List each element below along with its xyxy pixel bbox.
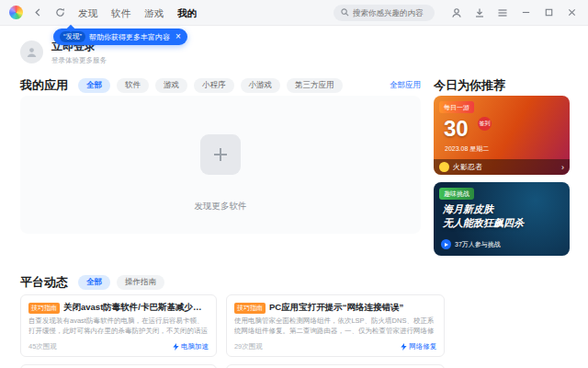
article-title: PC应用宝打开提示“网络连接错误” xyxy=(269,302,403,314)
challenge-card[interactable]: 趣味挑战 海月新皮肤 无人能敌狂飙四杀 37万人参与挑战 xyxy=(434,182,570,256)
my-apps-card: 发现更多软件 xyxy=(20,96,421,234)
menu-icon[interactable] xyxy=(495,6,510,20)
challenge-text: 海月新皮肤 无人能敌狂飙四杀 xyxy=(443,202,524,230)
nav-item-games[interactable]: 游戏 xyxy=(144,0,164,26)
plus-icon xyxy=(210,144,231,165)
game-avatar xyxy=(439,162,449,172)
daily-day-number: 30 xyxy=(444,116,469,142)
titlebar-actions xyxy=(449,6,579,20)
article-desc: 使用电脑管家全面检测网络组件，依次LSP、防火墙DNS、校正系统网络组件修复。第… xyxy=(234,316,436,337)
challenge-stat: 37万人参与挑战 xyxy=(455,240,501,249)
my-apps-title: 我的应用 xyxy=(20,77,68,94)
tooltip-tag: “发现” xyxy=(60,31,85,42)
play-icon[interactable] xyxy=(441,239,451,249)
challenge-stat-row: 37万人参与挑战 xyxy=(441,239,501,249)
my-apps-header: 我的应用 全部 软件 游戏 小程序 小游戏 第三方应用 全部应用 xyxy=(20,77,421,94)
discover-tooltip: “发现” 帮助你获得更多丰富内容 × xyxy=(53,29,187,45)
article-card[interactable]: 技巧指南 PC应用宝打开提示“网络连接错误” 使用电脑管家全面检测网络组件，依次… xyxy=(226,294,445,357)
login-subtext: 登录体验更多服务 xyxy=(51,56,107,65)
daily-game-strip[interactable]: 火影忍者 › xyxy=(434,159,570,175)
recommend-title: 今日为你推荐 xyxy=(434,77,505,94)
article-desc: 自查发现装有avast防毒软件的电脑，在运行后容易卡顿、打开缓慢，此时可将内存里… xyxy=(28,316,209,337)
bolt-icon xyxy=(173,343,179,351)
daily-game-name: 火影忍者 xyxy=(453,162,482,172)
maximize-icon[interactable] xyxy=(541,6,556,20)
feed-header: 平台动态 全部 操作指南 xyxy=(20,274,421,291)
chevron-right-icon: › xyxy=(561,163,564,172)
article-title-row: 技巧指南 关闭avast防毒软件/卡巴斯基减少卡顿现象 xyxy=(28,302,209,314)
feed-title: 平台动态 xyxy=(20,274,68,291)
nav-item-discover[interactable]: 发现 xyxy=(78,0,97,26)
article-footer: 45次围观 电脑加速 xyxy=(28,342,209,351)
article-badge: 技巧指南 xyxy=(28,303,60,314)
article-action-label: 电脑加速 xyxy=(181,342,209,351)
download-icon[interactable] xyxy=(472,6,487,20)
add-apps-button[interactable] xyxy=(200,134,241,175)
nav-item-software[interactable]: 软件 xyxy=(111,0,130,26)
article-card[interactable]: 新手入门 pc应用宝网络兼容性和DNS隔离 xyxy=(20,364,217,368)
article-views: 45次围观 xyxy=(28,342,57,351)
title-bar: 发现 软件 游戏 我的 xyxy=(0,0,588,26)
discover-more-label[interactable]: 发现更多软件 xyxy=(20,201,421,213)
article-action-label: 网络修复 xyxy=(409,342,436,351)
article-title-row: 技巧指南 PC应用宝打开提示“网络连接错误” xyxy=(234,302,436,314)
search-input[interactable] xyxy=(353,8,427,17)
tab-miniprograms[interactable]: 小程序 xyxy=(194,78,234,93)
search-box[interactable] xyxy=(334,5,435,21)
article-action-link[interactable]: 网络修复 xyxy=(401,342,436,351)
app-window: 发现 软件 游戏 我的 xyxy=(0,0,588,368)
tooltip-close-icon[interactable]: × xyxy=(175,32,181,41)
page-content: 立即登录 登录体验更多服务 我的应用 全部 软件 游戏 小程序 小游戏 第三方应… xyxy=(0,26,588,368)
article-footer: 29次围观 网络修复 xyxy=(234,342,436,351)
article-card[interactable]: 技巧指南 pcqq更新软件（开启）问题，只根是卡顿的解决 xyxy=(226,364,445,368)
tab-minigames[interactable]: 小游戏 xyxy=(241,78,281,93)
app-logo-icon[interactable] xyxy=(9,6,23,19)
challenge-badge: 趣味挑战 xyxy=(439,188,474,200)
daily-badge: 每日一游 xyxy=(439,101,474,113)
avatar[interactable] xyxy=(20,40,43,63)
tab-all-apps[interactable]: 全部 xyxy=(78,78,110,93)
article-views: 29次围观 xyxy=(234,342,263,351)
article-badge: 技巧指南 xyxy=(234,303,266,314)
daily-signin-badge[interactable]: 签到 xyxy=(478,117,492,131)
daily-date: 2023.08 星期二 xyxy=(445,144,489,154)
search-icon xyxy=(341,8,349,17)
back-icon[interactable] xyxy=(30,6,45,20)
feed-tab-all[interactable]: 全部 xyxy=(78,275,110,290)
tooltip-text: 帮助你获得更多丰富内容 xyxy=(89,32,170,42)
tab-games[interactable]: 游戏 xyxy=(155,78,187,93)
article-action-link[interactable]: 电脑加速 xyxy=(173,342,209,351)
feed-tab-guide[interactable]: 操作指南 xyxy=(117,275,164,290)
article-title: 关闭avast防毒软件/卡巴斯基减少卡顿现象 xyxy=(63,302,209,314)
tab-thirdparty[interactable]: 第三方应用 xyxy=(287,78,343,93)
close-icon[interactable] xyxy=(564,6,579,20)
article-card[interactable]: 技巧指南 关闭avast防毒软件/卡巴斯基减少卡顿现象 自查发现装有avast防… xyxy=(20,294,217,357)
feed-grid: 技巧指南 关闭avast防毒软件/卡巴斯基减少卡顿现象 自查发现装有avast防… xyxy=(20,294,421,368)
user-icon[interactable] xyxy=(449,6,464,20)
main-nav: 发现 软件 游戏 我的 xyxy=(78,0,197,26)
challenge-line1: 海月新皮肤 xyxy=(443,202,524,216)
bolt-icon xyxy=(401,343,407,351)
challenge-line2: 无人能敌狂飙四杀 xyxy=(443,216,524,230)
all-apps-link[interactable]: 全部应用 xyxy=(390,80,421,91)
tab-software[interactable]: 软件 xyxy=(117,78,149,93)
minimize-icon[interactable] xyxy=(518,6,533,20)
nav-item-mine[interactable]: 我的 xyxy=(177,0,197,26)
daily-game-card[interactable]: 每日一游 30 签到 2023.08 星期二 火影忍者 › xyxy=(434,96,570,175)
refresh-icon[interactable] xyxy=(52,6,67,20)
